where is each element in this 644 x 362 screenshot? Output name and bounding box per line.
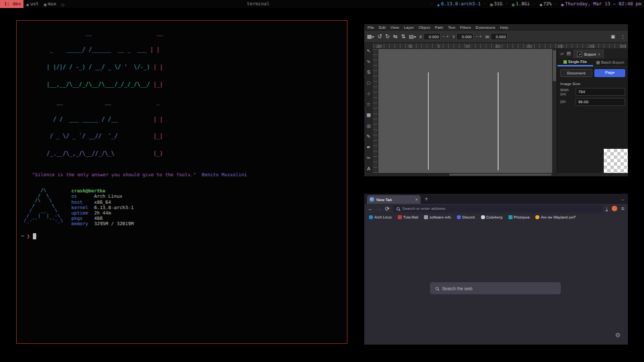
close-panel-icon[interactable]: × [598, 52, 600, 56]
x-plus-button[interactable]: + [446, 34, 449, 39]
flip-vertical-icon[interactable]: ⇅ [401, 34, 406, 40]
workspace-button[interactable]: 1: dev [0, 0, 23, 8]
tool-icon[interactable]: ○ [365, 88, 373, 99]
layers-panel-icon[interactable]: ▤ [566, 51, 571, 56]
x-minus-button[interactable]: − [442, 34, 445, 39]
bookmark-item[interactable]: software refs [424, 215, 450, 219]
tab-new-tab[interactable]: New Tab × [367, 195, 421, 204]
rotate-ccw-icon[interactable]: ↺ [378, 34, 382, 40]
new-tab-button[interactable]: + [425, 196, 428, 202]
list-all-tabs-icon[interactable]: ⌄ [621, 196, 625, 202]
tool-icon[interactable]: ∿ [365, 56, 373, 66]
tool-icon[interactable]: ✎ [365, 131, 373, 141]
forward-button[interactable]: → [376, 206, 382, 212]
x-input[interactable]: 0.000 [423, 33, 441, 40]
menu-item[interactable]: Text [448, 25, 455, 29]
fetch-key: os [71, 194, 94, 199]
y-minus-button[interactable]: − [475, 34, 478, 39]
app-menu-icon[interactable]: ≡ [621, 206, 625, 212]
export-panel-tab[interactable]: ↗ Export × [574, 50, 604, 58]
bookmark-item[interactable]: Discord [457, 215, 475, 219]
menu-item[interactable]: File [368, 25, 374, 29]
export-dpi-input[interactable]: 96.00 [576, 98, 625, 106]
personalize-gear-icon[interactable]: ⚙ [615, 332, 621, 339]
downloads-icon[interactable]: ↓ [606, 206, 608, 211]
dock-tab-strip: ▱ ▤ ↗ Export × [557, 49, 628, 58]
objects-panel-icon[interactable]: ▱ [560, 51, 564, 56]
scrollbar-thumb[interactable] [553, 50, 556, 81]
fetch-value: 3295M / 32019M [94, 221, 133, 227]
tool-controls-bar: ▦▾ ↺ ↻ ⇆ ⇅ ▤▾ X 0.000 − + Y 0.000 − + W … [364, 31, 628, 43]
tab-title: New Tab [376, 198, 413, 202]
workspace-label: ust [30, 1, 39, 7]
menu-item[interactable]: Layer [404, 25, 414, 29]
shell-prompt[interactable]: ~ ❯ [21, 233, 343, 239]
rotate-cw-icon[interactable]: ↻ [385, 34, 390, 40]
w-input[interactable]: 0.000 [490, 33, 508, 40]
drawn-vertical-line[interactable] [498, 72, 498, 170]
align-dropdown-icon[interactable]: ▤▾ [409, 34, 416, 40]
tool-icon[interactable]: ✒ [365, 142, 373, 152]
terminal-window[interactable]: __ __ _ _____/ /______ __ _ ___ | | | |/… [16, 20, 347, 344]
tool-icon[interactable]: S [365, 67, 373, 77]
tool-icon[interactable]: ✑ [365, 153, 373, 163]
banner-text: /_.__/\_,_/\__//_/\_\ [47, 151, 150, 157]
tool-icon[interactable]: A [365, 164, 373, 174]
horizontal-ruler: -100 -50 0 50 100 150 200 250 300 [373, 44, 628, 49]
search-icon [435, 287, 439, 290]
workspace-icon: ◉ [26, 2, 29, 7]
y-input[interactable]: 0.000 [456, 33, 474, 40]
tab-batch-export[interactable]: Batch Export [593, 58, 629, 66]
workspace-button[interactable]: ▢ [59, 0, 68, 8]
inkscape-canvas[interactable] [378, 49, 552, 173]
bookmark-favicon [457, 215, 461, 219]
select-mode-icon[interactable]: ▦▾ [367, 34, 374, 40]
menu-item[interactable]: Filters [460, 25, 471, 29]
canvas-vertical-scrollbar[interactable] [552, 49, 557, 173]
bookmark-label: Discord [462, 215, 475, 219]
menu-item[interactable]: Object [419, 25, 430, 29]
flip-horizontal-icon[interactable]: ⇆ [393, 34, 398, 40]
menu-item[interactable]: Edit [379, 25, 386, 29]
status-icon: ◀ [539, 2, 542, 7]
toolbar-overflow-icon[interactable]: ⋮ [621, 34, 625, 40]
scrollbar-thumb[interactable] [449, 174, 551, 176]
back-button[interactable]: ← [368, 206, 373, 212]
x-coordinate-spinner: X 0.000 − + [419, 33, 449, 40]
tool-icon[interactable]: ◎ [365, 121, 373, 131]
workspace-button[interactable]: ▣ mux [42, 0, 59, 8]
bookmark-item[interactable]: Arch Linux [369, 215, 392, 219]
tool-icon[interactable]: □ [365, 78, 373, 88]
snap-toggle-icon[interactable]: ▣ [610, 34, 615, 40]
export-width-input[interactable]: 794 [576, 88, 625, 96]
bookmark-item[interactable]: Codeberg [481, 215, 502, 219]
banner-text: | |/|/ / -_) / __/ _ \/ ' \/-_) [47, 64, 150, 70]
banner-exclamation: | | [150, 64, 166, 70]
workspace-icon: ▣ [44, 2, 47, 7]
menu-item[interactable]: Help [500, 25, 508, 29]
menu-item[interactable]: Extensions [476, 25, 495, 29]
tool-icon[interactable]: ☆ [365, 99, 373, 109]
workspace-button[interactable]: ◉ ust [23, 0, 41, 8]
menu-item[interactable]: View [390, 25, 399, 29]
tool-icon[interactable]: ↖ [365, 46, 373, 56]
bookmark-item[interactable]: Tuta Mail [398, 215, 418, 219]
fetch-value: 480 [94, 216, 103, 221]
canvas-horizontal-scrollbar[interactable] [373, 173, 628, 176]
account-avatar-icon[interactable] [612, 206, 617, 211]
export-document-button[interactable]: Document [560, 69, 592, 77]
bookmark-item[interactable]: Are we Wayland yet? [535, 215, 576, 219]
menu-item[interactable]: Path [435, 25, 443, 29]
drawn-vertical-line[interactable] [428, 72, 429, 170]
reload-button[interactable]: ⟳ [385, 206, 390, 212]
web-search-input[interactable]: Search the web [430, 282, 561, 294]
status-segment: ▲ 6.13.8-arch3-1 [428, 1, 481, 7]
export-page-button[interactable]: Page [594, 69, 625, 77]
banner-exclamation: |_| [150, 82, 166, 88]
tab-single-file[interactable]: Single File [557, 58, 593, 66]
url-bar[interactable]: Search or enter address [393, 205, 602, 213]
y-plus-button[interactable]: + [479, 34, 482, 39]
bookmark-item[interactable]: Photopea [508, 215, 530, 219]
tool-icon[interactable]: ▦ [365, 110, 373, 120]
tab-close-icon[interactable]: × [415, 197, 418, 202]
